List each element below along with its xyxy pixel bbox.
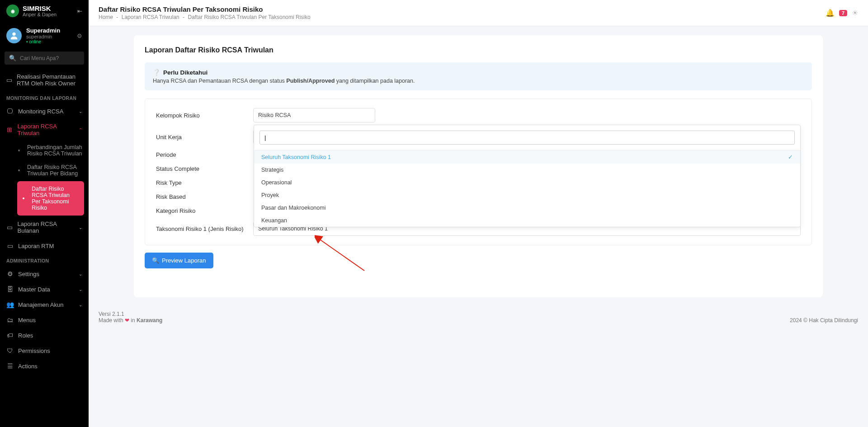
alert-title-text: Perlu Diketahui — [163, 69, 208, 76]
gear-icon: ⚙ — [6, 270, 14, 277]
option-label: Strategis — [261, 167, 283, 173]
nav-label: Realisasi Pemantauan RTM Oleh Risk Owner — [17, 73, 82, 87]
report-plus-icon: ⊞ — [6, 126, 13, 133]
report-icon: ▭ — [6, 242, 14, 249]
nav-sub-bidang[interactable]: Daftar Risiko RCSA Triwulan Per Bidang — [13, 160, 89, 180]
label-risk-type: Risk Type — [156, 179, 253, 186]
monitor-icon: 🖵 — [6, 108, 14, 115]
filter-form: Kelompok Risiko Risiko RCSA Unit Kerja S… — [145, 99, 812, 245]
crumb-current: Daftar Risiko RCSA Triwulan Per Taksonom… — [188, 14, 310, 20]
gear-icon[interactable]: ⚙ — [77, 33, 82, 39]
theme-toggle-icon[interactable]: ☀ — [852, 9, 858, 17]
label-kelompok-risiko: Kelompok Risiko — [156, 112, 253, 119]
dropdown-option[interactable]: Pasar dan Makroekonomi — [254, 202, 800, 214]
heart-icon: ❤ — [125, 317, 129, 324]
nav-label: Actions — [18, 363, 38, 370]
nav-settings[interactable]: ⚙ Settings ⌄ — [0, 266, 89, 282]
brand-sub: Anper & Dapen — [23, 12, 57, 17]
footer: Versi 2.1.1 Made with ❤ in Karawang 2024… — [89, 306, 868, 331]
dot-icon — [18, 150, 20, 151]
dot-icon — [23, 197, 24, 199]
avatar-icon — [6, 28, 22, 43]
crumb-sep: - — [116, 14, 118, 20]
dropdown-list: Seluruh Taksonomi Risiko 1 ✓ Strategis O… — [254, 150, 800, 227]
crumb-home[interactable]: Home — [99, 14, 113, 20]
dropdown-option[interactable]: Keuangan — [254, 214, 800, 227]
label-taksonomi: Taksonomi Risiko 1 (Jenis Risiko) — [156, 225, 253, 232]
chevron-down-icon: ⌄ — [79, 287, 82, 292]
dropdown-option[interactable]: Proyek — [254, 189, 800, 202]
content: Laporan Daftar Risiko RCSA Triwulan ❔ Pe… — [89, 26, 868, 306]
topbar: Daftar Risiko RCSA Triwulan Per Taksonom… — [89, 0, 868, 26]
nav-label: Laporan RTM — [18, 243, 54, 249]
nav-laporan-triwulan[interactable]: ⊞ Laporan RCSA Triwulan ⌃ — [0, 119, 89, 141]
nav: ▭ Realisasi Pemantauan RTM Oleh Risk Own… — [0, 69, 89, 427]
option-label: Proyek — [261, 192, 279, 198]
nav-section-monitoring: MONITORING DAN LAPORAN — [0, 91, 89, 103]
taksonomi-dropdown: Seluruh Taksonomi Risiko 1 ✓ Strategis O… — [254, 125, 801, 227]
report-icon: ▭ — [6, 224, 13, 231]
brand: ◉ SIMRISK Anper & Dapen ⇤ — [0, 0, 89, 22]
search-box[interactable]: 🔍 — [5, 52, 84, 65]
calendar-icon: ▭ — [6, 76, 12, 84]
dropdown-option[interactable]: Strategis — [254, 164, 800, 176]
nav-laporan-rtm[interactable]: ▭ Laporan RTM — [0, 238, 89, 253]
label-status-complete: Status Complete — [156, 165, 253, 172]
nav-section-admin: ADMINISTRATION — [0, 253, 89, 266]
nav-manajemen-akun[interactable]: 👥 Manajemen Akun ⌄ — [0, 297, 89, 312]
svg-line-1 — [319, 239, 364, 271]
dropdown-option[interactable]: Operasional — [254, 176, 800, 189]
preview-button[interactable]: 🔍 Preview Laporan — [145, 253, 213, 268]
label-unit-kerja: Unit Kerja — [156, 134, 253, 141]
sidebar-collapse-icon[interactable]: ⇤ — [77, 8, 82, 14]
user-role: superadmin — [26, 34, 60, 39]
nav-realisasi[interactable]: ▭ Realisasi Pemantauan RTM Oleh Risk Own… — [0, 69, 89, 91]
breadcrumb: Home - Laporan RCSA Triwulan - Daftar Ri… — [99, 14, 311, 20]
database-icon: 🗄 — [6, 286, 14, 293]
user-name: Superadmin — [26, 27, 60, 34]
nav-monitoring-rcsa[interactable]: 🖵 Monitoring RCSA ⌄ — [0, 103, 89, 119]
nav-permissions[interactable]: 🛡 Permissions — [0, 343, 89, 358]
nav-master-data[interactable]: 🗄 Master Data ⌄ — [0, 282, 89, 297]
chevron-down-icon: ⌄ — [79, 272, 82, 277]
nav-roles[interactable]: 🏷 Roles — [0, 328, 89, 343]
nav-label: Master Data — [18, 286, 50, 293]
card-title: Laporan Daftar Risiko RCSA Triwulan — [145, 46, 812, 54]
question-icon: ❔ — [153, 69, 160, 76]
nav-sub-perbandingan[interactable]: Perbandingan Jumlah Risiko RCSA Triwulan — [13, 141, 89, 160]
alert-title: ❔ Perlu Diketahui — [153, 69, 804, 76]
select-kelompok-risiko[interactable]: Risiko RCSA — [253, 108, 375, 122]
brand-name: SIMRISK — [23, 5, 57, 12]
page-title: Daftar Risiko RCSA Triwulan Per Taksonom… — [99, 5, 311, 13]
option-label: Keuangan — [261, 217, 287, 224]
menu-icon: 🗂 — [6, 316, 14, 324]
main: Daftar Risiko RCSA Triwulan Per Taksonom… — [89, 0, 868, 427]
nav-sub-taksonomi[interactable]: Daftar Risiko RCSA Triwulan Per Taksonom… — [17, 181, 84, 216]
search-icon: 🔍 — [9, 55, 16, 61]
chevron-down-icon: ⌄ — [79, 225, 82, 230]
search-input[interactable] — [20, 55, 88, 61]
nav-label: Manajemen Akun — [18, 301, 63, 308]
nav-label: Perbandingan Jumlah Risiko RCSA Triwulan — [27, 144, 82, 157]
bell-icon[interactable]: 🔔 — [826, 9, 835, 17]
check-icon: ✓ — [788, 154, 793, 160]
info-alert: ❔ Perlu Diketahui Hanya RCSA dan Pemanta… — [145, 62, 812, 90]
dropdown-search-input[interactable] — [259, 131, 795, 145]
nav-menus[interactable]: 🗂 Menus — [0, 312, 89, 328]
nav-label: Menus — [18, 317, 36, 324]
nav-laporan-bulanan[interactable]: ▭ Laporan RCSA Bulanan ⌄ — [0, 216, 89, 238]
report-card: Laporan Daftar Risiko RCSA Triwulan ❔ Pe… — [134, 35, 823, 297]
crumb-laporan[interactable]: Laporan RCSA Triwulan — [122, 14, 179, 20]
option-label: Pasar dan Makroekonomi — [261, 205, 326, 211]
label-kategori-risiko: Kategori Risiko — [156, 207, 253, 214]
nav-label: Daftar Risiko RCSA Triwulan Per Bidang — [27, 164, 82, 177]
nav-label: Laporan RCSA Bulanan — [18, 221, 74, 234]
notif-badge[interactable]: 7 — [839, 10, 847, 16]
tag-icon: 🏷 — [6, 332, 14, 339]
option-label: Seluruh Taksonomi Risiko 1 — [261, 154, 331, 160]
dropdown-option-selected[interactable]: Seluruh Taksonomi Risiko 1 ✓ — [254, 150, 800, 164]
footer-copyright: 2024 © Hak Cipta Dilindungi — [790, 317, 858, 324]
svg-point-0 — [12, 33, 15, 36]
nav-label: Settings — [18, 271, 39, 277]
nav-actions[interactable]: ☰ Actions — [0, 358, 89, 374]
